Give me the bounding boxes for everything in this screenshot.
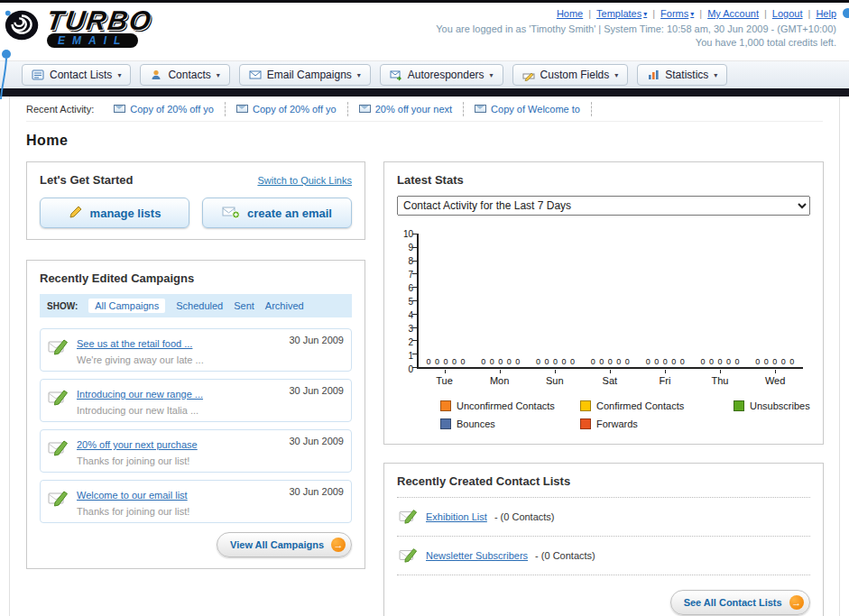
switch-quick-links-link[interactable]: Switch to Quick Links [257, 175, 352, 186]
envelope-icon [249, 69, 262, 81]
logo-swoosh-decoration [0, 48, 13, 104]
top-link-help[interactable]: Help [816, 8, 836, 19]
contact-list-link[interactable]: Newsletter Subscribers [426, 550, 528, 561]
tab-custom-fields[interactable]: Custom Fields ▾ [512, 64, 629, 86]
y-axis-tick [412, 340, 417, 341]
divider [764, 8, 767, 19]
top-link-home[interactable]: Home [557, 8, 583, 19]
y-axis-tick [412, 327, 417, 328]
y-axis-tick [412, 354, 417, 354]
y-axis-tick [412, 367, 417, 368]
divider [699, 8, 702, 19]
bar-value-labels: 0 0 0 0 0 [474, 357, 529, 366]
envelope-pencil-icon [48, 437, 69, 461]
envelope-plus-icon [222, 205, 240, 222]
get-started-panel: Let's Get Started Switch to Quick Links … [26, 161, 365, 240]
filter-archived[interactable]: Archived [265, 300, 304, 311]
y-axis-label: 1 [408, 351, 413, 361]
chevron-down-icon: ▾ [217, 71, 220, 79]
chart-x-labels: TueMonSunSatFriThuWed [417, 370, 803, 386]
campaign-title-link[interactable]: Welcome to our email list [77, 490, 188, 501]
corner-dot-decoration [843, 8, 849, 18]
pencil-icon [69, 205, 83, 222]
filter-scheduled[interactable]: Scheduled [176, 300, 223, 311]
recent-activity-item[interactable]: 20% off your next [348, 102, 464, 116]
chevron-down-icon: ▾ [714, 71, 717, 79]
logo-word: TURBO [45, 5, 154, 36]
envelope-icon [114, 105, 125, 113]
contact-activity-chart: 012345678910 0 0 0 0 00 0 0 0 00 0 0 0 0… [397, 234, 810, 386]
bar-chart-icon [647, 69, 660, 81]
y-axis-label: 4 [408, 310, 413, 320]
campaign-title-link[interactable]: Introducing our new range ... [77, 389, 203, 400]
contacts-icon [150, 69, 162, 81]
recent-campaigns-panel: Recently Edited Campaigns SHOW: All Camp… [26, 260, 365, 569]
x-axis-label: Sat [582, 370, 637, 386]
campaign-row: See us at the retail food ... We're givi… [40, 328, 352, 372]
main-navigation: Contact Lists ▾ Contacts ▾ Email Campaig… [0, 60, 849, 88]
legend-item: Unsubscribes [734, 400, 810, 411]
create-email-button[interactable]: create an email [202, 198, 352, 228]
chart-zero-row: 0 0 0 0 00 0 0 0 00 0 0 0 00 0 0 0 00 0 … [419, 357, 803, 366]
y-axis-tick [412, 261, 417, 262]
tab-contact-lists[interactable]: Contact Lists ▾ [22, 64, 131, 86]
chart-legend: Unconfirmed ContactsConfirmed ContactsUn… [440, 400, 810, 429]
contact-lists-icon [32, 69, 44, 81]
legend-item: Confirmed Contacts [580, 400, 734, 411]
recent-activity-bar: Recent Activity: Copy of 20% off yo Copy… [26, 97, 823, 122]
bar-value-labels: 0 0 0 0 0 [583, 357, 638, 366]
y-axis-tick [412, 314, 417, 315]
show-label: SHOW: [47, 301, 78, 311]
view-all-campaigns-button[interactable]: View All Campaigns → [217, 532, 352, 557]
y-axis-tick [412, 247, 417, 248]
see-all-contact-lists-button[interactable]: See All Contact Lists → [670, 590, 810, 615]
y-axis-label: 5 [408, 297, 413, 307]
contact-list-link[interactable]: Exhibition List [426, 511, 487, 522]
tab-statistics[interactable]: Statistics ▾ [637, 64, 727, 86]
tab-autoresponders[interactable]: Autoresponders ▾ [380, 64, 503, 86]
x-axis-label: Fri [637, 370, 692, 386]
recent-activity-item[interactable]: Copy of 20% off yo [103, 102, 226, 116]
envelope-icon [236, 105, 248, 113]
tab-contacts[interactable]: Contacts ▾ [140, 64, 229, 86]
y-axis-label: 0 [408, 364, 413, 374]
legend-swatch [440, 400, 451, 411]
recent-activity-item[interactable]: Copy of Welcome to [464, 102, 592, 116]
chevron-down-icon: ▾ [117, 71, 121, 79]
legend-label: Confirmed Contacts [596, 400, 684, 411]
campaign-title-link[interactable]: 20% off your next purchase [77, 439, 198, 450]
contact-list-item: Exhibition List - (0 Contacts) [397, 498, 810, 537]
y-axis-label: 3 [408, 324, 413, 334]
latest-stats-title: Latest Stats [397, 173, 810, 187]
manage-lists-button[interactable]: manage lists [40, 198, 189, 228]
top-link-logout[interactable]: Logout [772, 8, 803, 19]
campaign-date: 30 Jun 2009 [289, 436, 344, 446]
filter-sent[interactable]: Sent [234, 300, 254, 311]
recent-campaigns-title: Recently Edited Campaigns [40, 271, 352, 285]
page-title: Home [26, 133, 823, 149]
bar-value-labels: 0 0 0 0 0 [638, 357, 693, 366]
swirl-logo-icon [4, 7, 43, 47]
legend-swatch [734, 400, 744, 411]
tab-email-campaigns[interactable]: Email Campaigns ▾ [239, 64, 371, 86]
legend-swatch [580, 400, 591, 411]
header-right: Home Templates▾ Forms▾ My Account Logout… [436, 8, 836, 48]
top-link-my-account[interactable]: My Account [707, 8, 759, 19]
campaign-subtitle: We're giving away our late ... [77, 354, 281, 365]
campaign-date: 30 Jun 2009 [289, 385, 344, 396]
campaign-title-link[interactable]: See us at the retail food ... [77, 338, 192, 349]
stats-activity-select[interactable]: Contact Activity for the Last 7 Days [397, 196, 810, 216]
latest-stats-panel: Latest Stats Contact Activity for the La… [383, 161, 824, 445]
y-axis-tick [412, 300, 417, 301]
logo: TURBO EMAIL [4, 5, 152, 48]
campaign-subtitle: Thanks for joining our list! [77, 506, 281, 517]
y-axis-tick [412, 287, 417, 288]
campaign-subtitle: Thanks for joining our list! [77, 455, 281, 466]
bar-value-labels: 0 0 0 0 0 [419, 357, 474, 366]
recent-activity-item[interactable]: Copy of 20% off yo [226, 102, 348, 116]
x-axis-label: Thu [692, 370, 747, 386]
top-link-templates[interactable]: Templates▾ [596, 8, 647, 19]
filter-all-campaigns[interactable]: All Campaigns [88, 299, 165, 313]
top-link-forms[interactable]: Forms▾ [660, 8, 694, 19]
envelope-pencil-icon [48, 336, 69, 360]
